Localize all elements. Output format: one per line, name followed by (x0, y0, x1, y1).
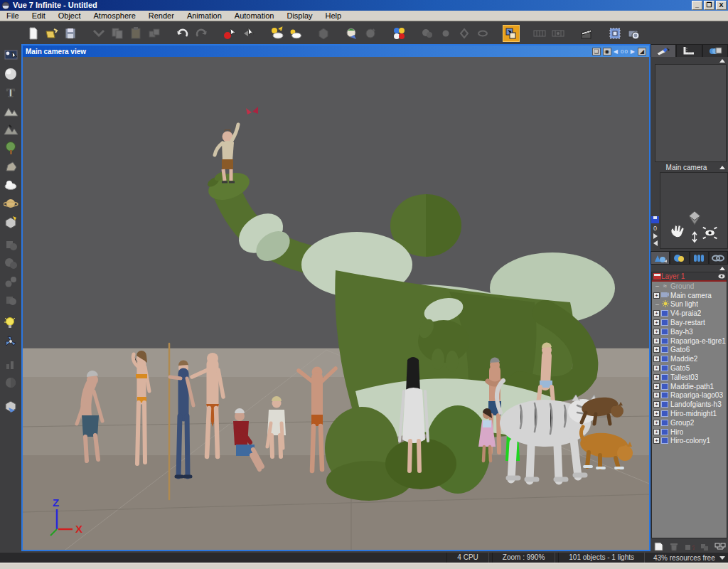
layer-visibility-icon[interactable] (718, 274, 725, 279)
new-scene-icon[interactable] (25, 25, 42, 42)
expand-icon[interactable]: + (653, 437, 660, 444)
layer-row[interactable]: Layer 1 (652, 272, 727, 282)
camera-panel-header[interactable]: Main camera (651, 162, 728, 172)
menu-automation[interactable]: Automation (228, 11, 281, 21)
menu-display[interactable]: Display (280, 11, 318, 21)
light-icon[interactable] (2, 314, 19, 331)
world-browser-item[interactable]: – ≈ Ground (652, 282, 727, 291)
rock-icon[interactable] (2, 158, 19, 175)
scene-3d-render[interactable]: Z X (23, 57, 649, 550)
expand-icon[interactable]: + (653, 374, 660, 381)
smart-drop-icon[interactable] (240, 25, 257, 42)
import-object-icon[interactable] (2, 213, 19, 230)
restore-button[interactable]: ❐ (704, 1, 714, 10)
camera-save-icon[interactable] (651, 216, 659, 223)
resources-dropdown-icon[interactable] (719, 556, 725, 560)
world-browser-item[interactable]: +Gato6 (652, 346, 727, 355)
viewport-title-bar[interactable]: Main camera view ❏ ◉ ◀ 00 ▶ ◢ (23, 46, 649, 57)
world-browser-item[interactable]: +Hiro (652, 427, 727, 437)
new-layer-icon[interactable] (653, 542, 664, 551)
tab-camera-props[interactable] (702, 44, 728, 57)
minimize-button[interactable]: _ (692, 1, 702, 10)
expand-icon[interactable]: + (653, 346, 660, 353)
expand-icon[interactable]: + (653, 365, 660, 371)
display-network-icon[interactable] (714, 542, 726, 551)
expand-icon[interactable]: + (653, 420, 660, 426)
resources-row[interactable]: 43% resources free (651, 553, 728, 563)
terrain-icon[interactable] (2, 102, 19, 119)
undo-icon[interactable] (174, 25, 191, 42)
menu-render[interactable]: Render (142, 11, 181, 21)
look-around-icon[interactable] (703, 228, 717, 239)
sphere-primitive-icon[interactable] (2, 65, 19, 83)
world-browser-item[interactable]: +Rapariga-lago03 (652, 391, 727, 400)
camera-prev-icon[interactable] (653, 240, 658, 246)
expand-icon[interactable]: + (653, 310, 660, 317)
world-browser-item[interactable]: +V4-praia2 (652, 309, 727, 318)
render-options-icon[interactable] (343, 25, 360, 42)
world-browser-item[interactable]: +Gato5 (652, 363, 727, 373)
open-scene-icon[interactable] (43, 25, 60, 42)
world-browser-item[interactable]: +Hiro-midnight1 (652, 409, 727, 418)
menu-animation[interactable]: Animation (181, 11, 228, 21)
display-options-icon[interactable] (503, 25, 520, 42)
world-browser-item[interactable]: +Bay-h3 (652, 327, 727, 336)
tab-library[interactable] (690, 251, 709, 265)
expand-icon[interactable]: + (653, 356, 660, 362)
world-browser-item[interactable]: +Maddie2 (652, 354, 727, 363)
expand-icon[interactable]: + (653, 429, 660, 435)
frame-back-icon[interactable]: ◀ (614, 48, 619, 55)
view-camera-icon[interactable]: ◉ (603, 48, 611, 55)
expand-icon[interactable]: + (653, 392, 660, 398)
expand-icon[interactable]: + (653, 401, 660, 408)
title-bar[interactable]: Vue 7 Infinite - Untitled _ ❐ X (0, 0, 728, 11)
collapse-camera-icon[interactable] (719, 166, 725, 169)
world-browser-item[interactable]: + Main camera (652, 291, 727, 300)
cloud-icon[interactable] (2, 176, 19, 193)
world-browser[interactable]: Layer 1 – ≈ Ground + Main camera – Sun l… (651, 272, 727, 538)
world-browser-item[interactable]: +Maddie-path1 (652, 382, 727, 391)
expand-icon[interactable]: + (653, 319, 660, 326)
scene-wizard-icon[interactable] (2, 47, 19, 64)
render-presets-icon[interactable] (390, 25, 407, 42)
tab-aspect-brush[interactable] (651, 44, 676, 57)
expand-icon[interactable]: + (653, 329, 660, 335)
tab-world-browser[interactable] (651, 251, 670, 265)
menu-edit[interactable]: Edit (26, 11, 52, 21)
procedural-terrain-icon[interactable] (2, 121, 19, 138)
world-browser-item[interactable]: +Landofgiants-h3 (652, 400, 727, 409)
expand-icon[interactable]: + (653, 410, 660, 417)
render-area-icon[interactable] (606, 25, 623, 42)
duplicate-view-icon[interactable]: ❏ (592, 48, 601, 55)
dolly-arrows-icon[interactable] (692, 232, 697, 242)
menu-file[interactable]: File (0, 11, 26, 21)
collapse-properties-icon[interactable] (719, 59, 725, 63)
atmosphere-editor-icon[interactable] (268, 25, 285, 42)
planet-icon[interactable] (2, 195, 19, 212)
view-options-icon[interactable]: ◢ (638, 48, 646, 55)
menu-object[interactable]: Object (52, 11, 87, 21)
world-browser-item[interactable]: +Tallest03 (652, 373, 727, 382)
world-browser-item[interactable]: +Rapariga-e-tigre1 (652, 336, 727, 346)
save-scene-icon[interactable] (62, 25, 79, 42)
tab-links[interactable] (709, 251, 728, 265)
vegetation-icon[interactable] (2, 139, 19, 156)
pan-hand-icon[interactable] (671, 225, 684, 238)
expand-icon[interactable]: + (653, 338, 660, 344)
camera-preview[interactable] (660, 172, 728, 249)
ecosystem-icon[interactable] (2, 333, 19, 350)
menu-atmosphere[interactable]: Atmosphere (87, 11, 142, 21)
menu-help[interactable]: Help (319, 11, 348, 21)
tab-numerics[interactable] (676, 44, 702, 57)
world-browser-item[interactable]: +Group2 (652, 418, 727, 427)
collapse-browser-icon[interactable] (719, 267, 725, 270)
world-browser-item[interactable]: – Sun light (652, 300, 727, 309)
drop-object-icon[interactable] (221, 25, 238, 42)
expand-icon[interactable]: + (653, 383, 660, 390)
world-browser-item[interactable]: +Bay-restart (652, 318, 727, 327)
material-editor-icon[interactable] (2, 397, 19, 414)
main-camera-viewport[interactable]: Main camera view ❏ ◉ ◀ 00 ▶ ◢ (21, 44, 651, 551)
world-browser-item[interactable]: +Hiro-colony1 (652, 437, 727, 446)
animation-wizard-icon[interactable] (578, 25, 595, 42)
expand-icon[interactable]: + (653, 292, 660, 299)
